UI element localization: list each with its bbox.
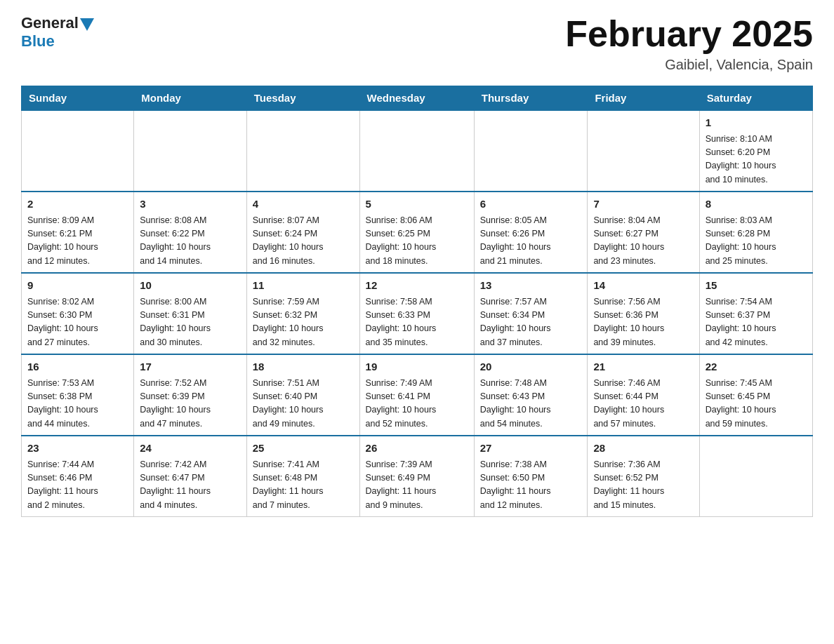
day-number: 1	[706, 115, 807, 131]
day-info: Sunrise: 7:36 AM Sunset: 6:52 PM Dayligh…	[593, 459, 664, 510]
day-info: Sunrise: 7:49 AM Sunset: 6:41 PM Dayligh…	[366, 378, 437, 429]
day-number: 18	[253, 359, 354, 375]
day-number: 16	[27, 359, 128, 375]
calendar-cell: 6Sunrise: 8:05 AM Sunset: 6:26 PM Daylig…	[474, 192, 588, 273]
day-number: 28	[593, 441, 693, 457]
calendar-cell: 8Sunrise: 8:03 AM Sunset: 6:28 PM Daylig…	[699, 192, 812, 273]
day-info: Sunrise: 7:44 AM Sunset: 6:46 PM Dayligh…	[27, 459, 98, 510]
calendar-cell: 2Sunrise: 8:09 AM Sunset: 6:21 PM Daylig…	[22, 192, 134, 273]
calendar-cell: 15Sunrise: 7:54 AM Sunset: 6:37 PM Dayli…	[699, 273, 812, 354]
calendar-cell: 14Sunrise: 7:56 AM Sunset: 6:36 PM Dayli…	[588, 273, 699, 354]
weekday-header-friday: Friday	[588, 86, 699, 111]
calendar-cell: 12Sunrise: 7:58 AM Sunset: 6:33 PM Dayli…	[359, 273, 474, 354]
calendar-cell: 19Sunrise: 7:49 AM Sunset: 6:41 PM Dayli…	[359, 354, 474, 436]
calendar-table: SundayMondayTuesdayWednesdayThursdayFrid…	[21, 86, 813, 517]
calendar-cell: 24Sunrise: 7:42 AM Sunset: 6:47 PM Dayli…	[134, 436, 247, 517]
calendar-cell: 17Sunrise: 7:52 AM Sunset: 6:39 PM Dayli…	[134, 354, 247, 436]
title-block: February 2025 Gaibiel, Valencia, Spain	[565, 14, 813, 73]
logo-triangle-icon	[80, 18, 94, 31]
logo-blue: Blue	[21, 32, 55, 50]
calendar-cell: 10Sunrise: 8:00 AM Sunset: 6:31 PM Dayli…	[134, 273, 247, 354]
calendar-cell: 3Sunrise: 8:08 AM Sunset: 6:22 PM Daylig…	[134, 192, 247, 273]
week-row-3: 9Sunrise: 8:02 AM Sunset: 6:30 PM Daylig…	[22, 273, 813, 354]
day-number: 23	[27, 441, 128, 457]
day-info: Sunrise: 7:46 AM Sunset: 6:44 PM Dayligh…	[593, 378, 664, 429]
day-info: Sunrise: 8:06 AM Sunset: 6:25 PM Dayligh…	[366, 215, 437, 266]
day-number: 7	[593, 196, 693, 213]
day-number: 3	[140, 196, 241, 213]
day-info: Sunrise: 7:45 AM Sunset: 6:45 PM Dayligh…	[706, 378, 776, 429]
day-info: Sunrise: 8:09 AM Sunset: 6:21 PM Dayligh…	[27, 215, 98, 266]
day-info: Sunrise: 7:42 AM Sunset: 6:47 PM Dayligh…	[140, 459, 211, 510]
day-number: 5	[366, 196, 468, 213]
weekday-header-wednesday: Wednesday	[359, 86, 474, 111]
day-info: Sunrise: 8:05 AM Sunset: 6:26 PM Dayligh…	[480, 215, 551, 266]
calendar-cell	[134, 110, 247, 192]
day-info: Sunrise: 8:03 AM Sunset: 6:28 PM Dayligh…	[706, 215, 776, 266]
day-info: Sunrise: 8:08 AM Sunset: 6:22 PM Dayligh…	[140, 215, 211, 266]
day-number: 4	[253, 196, 354, 213]
calendar-cell: 1Sunrise: 8:10 AM Sunset: 6:20 PM Daylig…	[699, 110, 812, 192]
calendar-cell: 21Sunrise: 7:46 AM Sunset: 6:44 PM Dayli…	[588, 354, 699, 436]
calendar-cell: 25Sunrise: 7:41 AM Sunset: 6:48 PM Dayli…	[246, 436, 359, 517]
calendar-cell: 11Sunrise: 7:59 AM Sunset: 6:32 PM Dayli…	[246, 273, 359, 354]
day-number: 8	[706, 196, 807, 213]
calendar-cell: 4Sunrise: 8:07 AM Sunset: 6:24 PM Daylig…	[246, 192, 359, 273]
week-row-4: 16Sunrise: 7:53 AM Sunset: 6:38 PM Dayli…	[22, 354, 813, 436]
week-row-1: 1Sunrise: 8:10 AM Sunset: 6:20 PM Daylig…	[22, 110, 813, 192]
month-title: February 2025	[565, 14, 813, 54]
calendar-cell: 22Sunrise: 7:45 AM Sunset: 6:45 PM Dayli…	[699, 354, 812, 436]
calendar-cell	[474, 110, 588, 192]
calendar-cell	[699, 436, 812, 517]
week-row-2: 2Sunrise: 8:09 AM Sunset: 6:21 PM Daylig…	[22, 192, 813, 273]
day-info: Sunrise: 7:57 AM Sunset: 6:34 PM Dayligh…	[480, 297, 551, 347]
calendar-cell: 23Sunrise: 7:44 AM Sunset: 6:46 PM Dayli…	[22, 436, 134, 517]
day-number: 20	[480, 359, 582, 375]
day-number: 2	[27, 196, 128, 213]
day-number: 22	[706, 359, 807, 375]
calendar-cell: 26Sunrise: 7:39 AM Sunset: 6:49 PM Dayli…	[359, 436, 474, 517]
day-info: Sunrise: 8:00 AM Sunset: 6:31 PM Dayligh…	[140, 297, 211, 347]
day-info: Sunrise: 7:54 AM Sunset: 6:37 PM Dayligh…	[706, 297, 776, 347]
day-number: 17	[140, 359, 241, 375]
calendar-cell: 13Sunrise: 7:57 AM Sunset: 6:34 PM Dayli…	[474, 273, 588, 354]
calendar-cell: 28Sunrise: 7:36 AM Sunset: 6:52 PM Dayli…	[588, 436, 699, 517]
day-info: Sunrise: 7:39 AM Sunset: 6:49 PM Dayligh…	[366, 459, 437, 510]
location-title: Gaibiel, Valencia, Spain	[565, 57, 813, 73]
day-number: 26	[366, 441, 468, 457]
logo-general: General	[21, 14, 79, 32]
weekday-header-row: SundayMondayTuesdayWednesdayThursdayFrid…	[22, 86, 813, 111]
day-info: Sunrise: 7:59 AM Sunset: 6:32 PM Dayligh…	[253, 297, 324, 347]
calendar-cell: 16Sunrise: 7:53 AM Sunset: 6:38 PM Dayli…	[22, 354, 134, 436]
day-number: 25	[253, 441, 354, 457]
calendar-cell	[246, 110, 359, 192]
day-number: 10	[140, 278, 241, 294]
week-row-5: 23Sunrise: 7:44 AM Sunset: 6:46 PM Dayli…	[22, 436, 813, 517]
calendar-cell: 7Sunrise: 8:04 AM Sunset: 6:27 PM Daylig…	[588, 192, 699, 273]
day-number: 19	[366, 359, 468, 375]
day-info: Sunrise: 8:02 AM Sunset: 6:30 PM Dayligh…	[27, 297, 98, 347]
day-number: 24	[140, 441, 241, 457]
calendar-cell: 18Sunrise: 7:51 AM Sunset: 6:40 PM Dayli…	[246, 354, 359, 436]
weekday-header-thursday: Thursday	[474, 86, 588, 111]
day-info: Sunrise: 7:53 AM Sunset: 6:38 PM Dayligh…	[27, 378, 98, 429]
day-info: Sunrise: 7:48 AM Sunset: 6:43 PM Dayligh…	[480, 378, 551, 429]
day-info: Sunrise: 7:56 AM Sunset: 6:36 PM Dayligh…	[593, 297, 664, 347]
day-info: Sunrise: 7:41 AM Sunset: 6:48 PM Dayligh…	[253, 459, 324, 510]
weekday-header-tuesday: Tuesday	[246, 86, 359, 111]
calendar-cell	[588, 110, 699, 192]
day-number: 14	[593, 278, 693, 294]
day-info: Sunrise: 8:10 AM Sunset: 6:20 PM Dayligh…	[706, 134, 776, 185]
weekday-header-monday: Monday	[134, 86, 247, 111]
day-number: 27	[480, 441, 582, 457]
day-info: Sunrise: 8:07 AM Sunset: 6:24 PM Dayligh…	[253, 215, 324, 266]
calendar-cell	[22, 110, 134, 192]
day-info: Sunrise: 7:52 AM Sunset: 6:39 PM Dayligh…	[140, 378, 211, 429]
day-number: 21	[593, 359, 693, 375]
logo: General Blue	[21, 14, 95, 51]
weekday-header-sunday: Sunday	[22, 86, 134, 111]
calendar-cell: 9Sunrise: 8:02 AM Sunset: 6:30 PM Daylig…	[22, 273, 134, 354]
day-info: Sunrise: 7:51 AM Sunset: 6:40 PM Dayligh…	[253, 378, 324, 429]
day-info: Sunrise: 8:04 AM Sunset: 6:27 PM Dayligh…	[593, 215, 664, 266]
day-number: 6	[480, 196, 582, 213]
